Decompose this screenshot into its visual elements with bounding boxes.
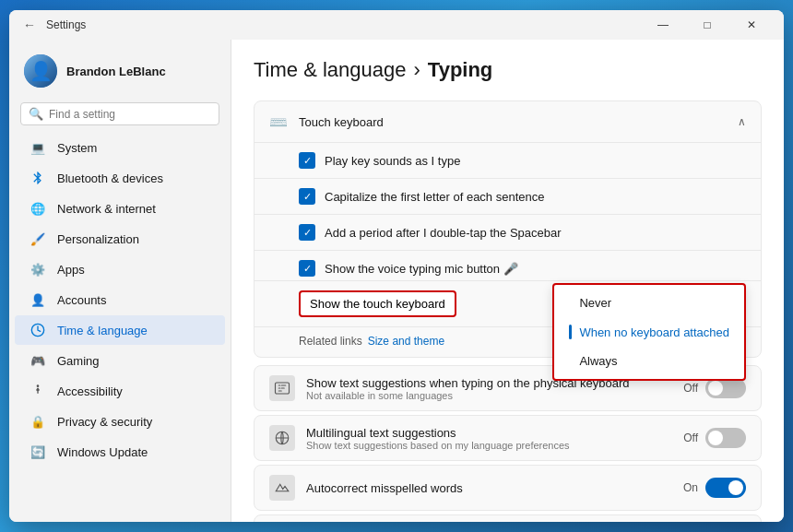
autocorrect-toggle-label: On [683, 481, 698, 494]
search-box[interactable]: 🔍 [20, 102, 219, 125]
breadcrumb-current: Typing [428, 58, 492, 82]
dropdown-always[interactable]: Always [554, 347, 744, 375]
nav-accounts[interactable]: 👤 Accounts [15, 285, 225, 314]
sidebar: Brandon LeBlanc 🔍 💻 System Bluetooth & d… [9, 40, 231, 522]
back-button[interactable]: ← [20, 16, 39, 34]
personalization-icon: 🖌️ [30, 231, 46, 247]
nav-time-label: Time & language [57, 324, 148, 337]
text-suggestions-toggle-container: Off [683, 378, 746, 398]
breadcrumb-parent: Time & language [254, 58, 407, 82]
nav-network[interactable]: 🌐 Network & internet [15, 194, 225, 223]
avatar-image [24, 54, 57, 88]
nav-accessibility-label: Accessibility [57, 384, 123, 398]
play-key-sounds-label: Play key sounds as I type [325, 154, 746, 168]
maximize-button[interactable]: □ [686, 10, 728, 40]
dropdown-never-label: Never [579, 296, 611, 310]
autocorrect-text: Autocorrect misspelled words [306, 481, 672, 495]
accessibility-icon [30, 383, 46, 399]
voice-typing-label: Show the voice typing mic button 🎤 [325, 262, 746, 276]
nav-accounts-label: Accounts [57, 293, 106, 307]
text-suggestions-icon [269, 375, 295, 401]
add-period-checkbox[interactable]: ✓ [299, 224, 315, 241]
multilingual-toggle-container: Off [683, 428, 746, 448]
apps-icon: ⚙️ [30, 261, 46, 278]
show-touch-keyboard-button[interactable]: Show the touch keyboard [299, 290, 456, 317]
title-bar: ← Settings — □ ✕ [9, 10, 784, 40]
update-icon: 🔄 [30, 443, 46, 460]
nav-gaming-label: Gaming [57, 354, 100, 368]
nav-update[interactable]: 🔄 Windows Update [15, 437, 225, 467]
play-key-sounds-row: ✓ Play key sounds as I type [254, 142, 761, 178]
dropdown-never[interactable]: Never [554, 289, 744, 317]
add-period-row: ✓ Add a period after I double-tap the Sp… [254, 214, 761, 250]
size-and-theme-link[interactable]: Size and theme [368, 335, 444, 348]
nav-apps-label: Apps [57, 263, 85, 277]
autocorrect-toggle-container: On [683, 478, 746, 498]
multilingual-icon [269, 425, 295, 451]
nav-personalization-label: Personalization [57, 232, 139, 246]
touch-keyboard-header[interactable]: ⌨️ Touch keyboard ∧ [254, 101, 761, 142]
autocorrect-icon [269, 475, 295, 501]
window-controls: — □ ✕ [642, 10, 773, 40]
nav-network-label: Network & internet [57, 202, 156, 216]
nav-system-label: System [57, 141, 97, 155]
nav-privacy[interactable]: 🔒 Privacy & security [15, 407, 225, 436]
touch-keyboard-section: ⌨️ Touch keyboard ∧ ✓ Play key sounds as… [254, 100, 762, 358]
multilingual-toggle[interactable] [705, 428, 746, 448]
network-icon: 🌐 [30, 200, 46, 217]
avatar [24, 54, 57, 88]
main-content: Time & language › Typing ⌨️ Touch keyboa… [231, 40, 784, 522]
text-suggestions-toggle[interactable] [705, 378, 746, 398]
multilingual-sublabel: Show text suggestions based on my langua… [306, 440, 672, 451]
breadcrumb-separator: › [414, 58, 420, 82]
accounts-icon: 👤 [30, 291, 46, 308]
autocorrect-toggle[interactable] [705, 478, 746, 498]
nav-privacy-label: Privacy & security [57, 415, 152, 429]
related-links-label: Related links [299, 335, 362, 348]
user-section: Brandon LeBlanc [9, 47, 231, 99]
main-settings-group: Show text suggestions when typing on the… [254, 365, 762, 522]
nav-accessibility[interactable]: Accessibility [15, 376, 225, 406]
content-area: Brandon LeBlanc 🔍 💻 System Bluetooth & d… [9, 40, 784, 522]
system-icon: 💻 [30, 139, 46, 156]
nav-bluetooth[interactable]: Bluetooth & devices [15, 163, 225, 193]
highlight-misspelled-row: A Highlight misspelled words On [254, 514, 762, 522]
nav-update-label: Windows Update [57, 445, 148, 459]
keyboard-icon: ⌨️ [269, 112, 288, 131]
nav-gaming[interactable]: 🎮 Gaming [15, 346, 225, 375]
nav-system[interactable]: 💻 System [15, 133, 225, 162]
close-button[interactable]: ✕ [730, 10, 773, 40]
multilingual-toggle-label: Off [683, 432, 698, 444]
nav-apps[interactable]: ⚙️ Apps [15, 254, 225, 284]
minimize-button[interactable]: — [642, 10, 684, 40]
chevron-up-icon: ∧ [738, 115, 746, 128]
text-suggestions-sublabel: Not available in some languages [306, 390, 672, 401]
privacy-icon: 🔒 [30, 413, 46, 430]
show-touch-keyboard-container: Show the touch keyboard Never When no ke… [254, 280, 761, 326]
autocorrect-label: Autocorrect misspelled words [306, 481, 672, 495]
play-key-sounds-checkbox[interactable]: ✓ [299, 152, 315, 169]
show-touch-keyboard-label: Show the touch keyboard [310, 297, 445, 311]
voice-typing-row: ✓ Show the voice typing mic button 🎤 [254, 250, 761, 280]
window-title: Settings [46, 18, 642, 31]
text-suggestions-toggle-label: Off [683, 382, 698, 395]
time-icon [30, 322, 46, 338]
nav-bluetooth-label: Bluetooth & devices [57, 171, 163, 185]
dropdown-always-label: Always [579, 354, 617, 368]
capitalize-checkbox[interactable]: ✓ [299, 188, 315, 205]
settings-window: ← Settings — □ ✕ Brandon LeBlanc 🔍 [9, 10, 784, 522]
search-icon: 🔍 [29, 107, 43, 121]
breadcrumb: Time & language › Typing [254, 58, 762, 82]
add-period-label: Add a period after I double-tap the Spac… [325, 226, 746, 240]
touch-keyboard-dropdown: Never When no keyboard attached Always [552, 283, 746, 381]
touch-keyboard-title: Touch keyboard [299, 115, 727, 129]
selected-indicator [569, 325, 572, 339]
nav-time[interactable]: Time & language [15, 315, 225, 345]
multilingual-text: Multilingual text suggestions Show text … [306, 426, 672, 451]
autocorrect-row: Autocorrect misspelled words On [254, 465, 762, 511]
nav-personalization[interactable]: 🖌️ Personalization [15, 224, 225, 254]
gaming-icon: 🎮 [30, 352, 46, 369]
search-input[interactable] [49, 108, 211, 121]
voice-typing-checkbox[interactable]: ✓ [299, 260, 315, 277]
dropdown-when-no-keyboard[interactable]: When no keyboard attached [554, 317, 744, 347]
